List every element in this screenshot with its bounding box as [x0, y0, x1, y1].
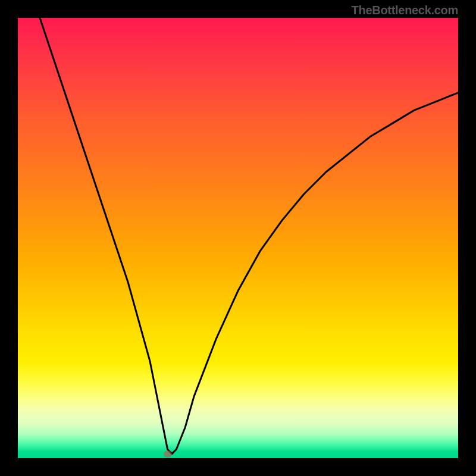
watermark-text: TheBottleneck.com: [352, 4, 458, 17]
chart-frame: TheBottleneck.com: [0, 0, 476, 476]
plot-background: [18, 18, 458, 458]
curve-svg: [18, 18, 458, 458]
minimum-marker: [164, 450, 172, 458]
bottleneck-curve: [40, 18, 458, 454]
